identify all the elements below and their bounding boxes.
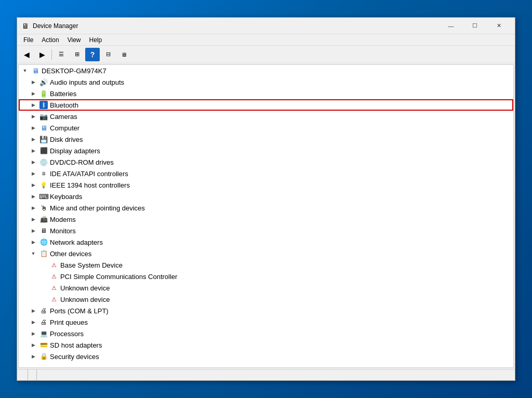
toolbar: ◀ ▶ ☰ ⊞ ? ⊟ 🖥 (17, 46, 515, 63)
ports-expand-icon[interactable]: ▶ (29, 307, 37, 315)
tree-item-other[interactable]: ▼ 📋 Other devices (19, 248, 513, 259)
batteries-label: Batteries (50, 90, 76, 98)
ieee-icon: 💡 (39, 180, 48, 190)
tree-item-unknown2[interactable]: ▶ ⚠ Unknown device (19, 294, 513, 305)
tree-item-security[interactable]: ▶ 🔒 Security devices (19, 351, 513, 362)
status-text (19, 369, 28, 380)
network-icon: 🌐 (39, 237, 48, 247)
disk-label: Disk drives (50, 136, 83, 143)
ports-icon: 🖨 (39, 306, 48, 315)
tree-item-unknown1[interactable]: ▶ ⚠ Unknown device (19, 282, 513, 294)
computer-expand-icon[interactable]: ▶ (29, 124, 37, 132)
device-button[interactable]: 🖥 (116, 48, 131, 61)
mice-expand-icon[interactable]: ▶ (29, 204, 37, 212)
processors-expand-icon[interactable]: ▶ (29, 329, 37, 338)
tree-item-print[interactable]: ▶ 🖨 Print queues (19, 316, 513, 328)
device-manager-window: 🖥 Device Manager — ☐ ✕ File Action View … (17, 17, 515, 381)
maximize-button[interactable]: ☐ (463, 18, 487, 34)
keyboard-icon: ⌨ (39, 192, 48, 201)
tree-item-mice[interactable]: ▶ 🖱 Mice and other pointing devices (19, 202, 513, 214)
network-expand-icon[interactable]: ▶ (29, 238, 37, 246)
tree-item-pci[interactable]: ▶ ⚠ PCI Simple Communications Controller (19, 271, 513, 282)
ide-expand-icon[interactable]: ▶ (29, 169, 37, 178)
root-expand-icon[interactable]: ▼ (21, 67, 29, 75)
scan-button[interactable]: ⊟ (101, 48, 115, 61)
pci-label: PCI Simple Communications Controller (60, 273, 177, 281)
menu-view[interactable]: View (63, 35, 85, 45)
tree-item-ide[interactable]: ▶ ≡ IDE ATA/ATAPI controllers (19, 168, 513, 179)
tree-item-base-system[interactable]: ▶ ⚠ Base System Device (19, 259, 513, 271)
audio-expand-icon[interactable]: ▶ (29, 78, 37, 86)
mice-label: Mice and other pointing devices (50, 204, 145, 212)
battery-icon: 🔋 (39, 89, 48, 98)
tree-item-sd[interactable]: ▶ 💳 SD host adapters (19, 339, 513, 351)
tree-item-processors[interactable]: ▶ 💻 Processors (19, 328, 513, 339)
ieee-expand-icon[interactable]: ▶ (29, 181, 37, 189)
mice-icon: 🖱 (39, 203, 48, 213)
device-tree[interactable]: ▼ 🖥 DESKTOP-GM974K7 ▶ 🔊 Audio inputs and… (18, 64, 514, 368)
root-label: DESKTOP-GM974K7 (42, 67, 107, 75)
dvd-label: DVD/CD-ROM drives (50, 158, 114, 166)
tree-item-monitors[interactable]: ▶ 🖥 Monitors (19, 225, 513, 236)
tree-item-disk[interactable]: ▶ 💾 Disk drives (19, 134, 513, 145)
tree-item-audio[interactable]: ▶ 🔊 Audio inputs and outputs (19, 76, 513, 88)
print-expand-icon[interactable]: ▶ (29, 318, 37, 326)
properties-button[interactable]: ☰ (54, 48, 69, 61)
tree-item-batteries[interactable]: ▶ 🔋 Batteries (19, 88, 513, 99)
processors-label: Processors (50, 330, 84, 338)
modems-label: Modems (50, 216, 76, 223)
ide-label: IDE ATA/ATAPI controllers (50, 170, 128, 178)
tree-root[interactable]: ▼ 🖥 DESKTOP-GM974K7 (19, 65, 513, 76)
sd-icon: 💳 (39, 340, 48, 350)
tree-item-ieee[interactable]: ▶ 💡 IEEE 1394 host controllers (19, 179, 513, 191)
window-title: Device Manager (33, 22, 439, 30)
cameras-expand-icon[interactable]: ▶ (29, 112, 37, 121)
tree-item-computer[interactable]: ▶ 🖥 Computer (19, 122, 513, 134)
batteries-expand-icon[interactable]: ▶ (29, 89, 37, 98)
security-expand-icon[interactable]: ▶ (29, 352, 37, 361)
other-expand-icon[interactable]: ▼ (29, 249, 37, 258)
tree-item-bluetooth[interactable]: ▶ ᛒ Bluetooth (19, 99, 513, 111)
unknown1-icon: ⚠ (49, 283, 59, 293)
menu-bar: File Action View Help (17, 34, 515, 46)
display-expand-icon[interactable]: ▶ (29, 147, 37, 155)
tree-item-dvd[interactable]: ▶ 💿 DVD/CD-ROM drives (19, 156, 513, 168)
print-icon: 🖨 (39, 317, 48, 327)
back-button[interactable]: ◀ (19, 48, 34, 61)
base-system-label: Base System Device (60, 261, 123, 269)
tree-item-cameras[interactable]: ▶ 📷 Cameras (19, 111, 513, 122)
status-count (28, 369, 37, 380)
sd-expand-icon[interactable]: ▶ (29, 341, 37, 349)
monitors-expand-icon[interactable]: ▶ (29, 227, 37, 235)
status-bar (17, 369, 515, 380)
print-label: Print queues (50, 319, 88, 326)
minimize-button[interactable]: — (439, 18, 463, 34)
menu-action[interactable]: Action (37, 35, 63, 45)
modems-expand-icon[interactable]: ▶ (29, 215, 37, 223)
tree-item-keyboards[interactable]: ▶ ⌨ Keyboards (19, 191, 513, 202)
unknown2-icon: ⚠ (49, 295, 59, 304)
bluetooth-label: Bluetooth (50, 101, 78, 109)
tree-item-display[interactable]: ▶ ⬛ Display adapters (19, 145, 513, 156)
dvd-expand-icon[interactable]: ▶ (29, 158, 37, 166)
tree-item-modems[interactable]: ▶ 📠 Modems (19, 214, 513, 225)
forward-button[interactable]: ▶ (35, 48, 49, 61)
network-label: Network adapters (50, 238, 103, 246)
help-button[interactable]: ? (85, 48, 100, 61)
window-controls: — ☐ ✕ (439, 18, 511, 34)
dvd-icon: 💿 (39, 157, 48, 167)
bluetooth-expand-icon[interactable]: ▶ (29, 101, 37, 109)
ide-icon: ≡ (39, 169, 48, 178)
tree-item-network[interactable]: ▶ 🌐 Network adapters (19, 236, 513, 248)
display-label: Display adapters (50, 147, 100, 155)
disk-expand-icon[interactable]: ▶ (29, 135, 37, 143)
update-button[interactable]: ⊞ (70, 48, 84, 61)
menu-help[interactable]: Help (85, 35, 107, 45)
ieee-label: IEEE 1394 host controllers (50, 181, 130, 189)
menu-file[interactable]: File (19, 35, 37, 45)
tree-item-ports[interactable]: ▶ 🖨 Ports (COM & LPT) (19, 305, 513, 316)
keyboards-expand-icon[interactable]: ▶ (29, 192, 37, 201)
pci-icon: ⚠ (49, 272, 59, 281)
close-button[interactable]: ✕ (487, 18, 511, 34)
cameras-label: Cameras (50, 113, 77, 121)
